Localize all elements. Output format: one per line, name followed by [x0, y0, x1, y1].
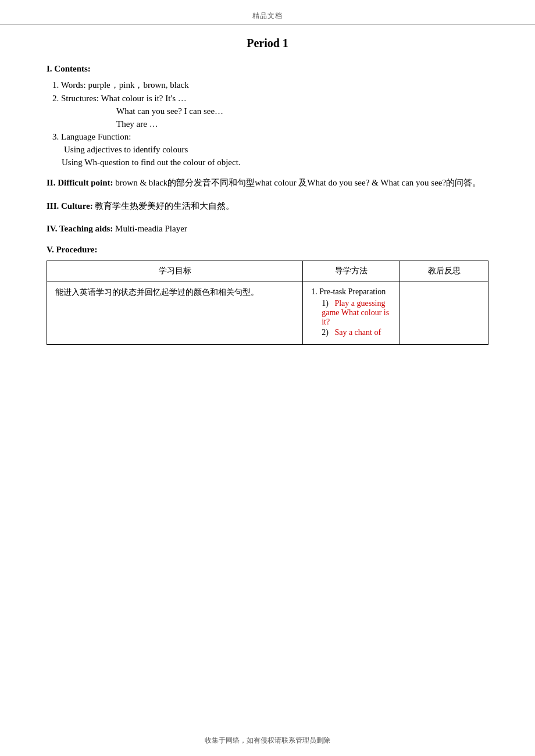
- contents-item-2: 2. Structures: What colour is it? It's …: [52, 94, 488, 104]
- table-header-goal: 学习目标: [47, 261, 303, 281]
- main-content: Period 1 I. Contents: 1. Words: purple，p…: [0, 25, 535, 376]
- teaching-aids-heading: IV. Teaching aids:: [47, 224, 113, 233]
- procedure-heading: V. Procedure:: [47, 245, 488, 255]
- contents-item-3: 3. Language Function:: [52, 132, 488, 142]
- table-cell-goal: 能进入英语学习的状态并回忆起学过的颜色和相关句型。: [47, 281, 303, 344]
- culture-line: III. Culture: 教育学生热爱美好的生活和大自然。: [47, 199, 488, 214]
- section-culture: III. Culture: 教育学生热爱美好的生活和大自然。: [47, 199, 488, 214]
- table-cell-method: 1. Pre-task Preparation 1) Play a guessi…: [303, 281, 400, 344]
- item1-text: Words: purple，pink，brown, black: [61, 80, 189, 90]
- header-bar: 精品文档: [0, 0, 535, 25]
- section-procedure: V. Procedure: 学习目标 导学方法 教后反思 能进入英语学习的状态并…: [47, 245, 488, 345]
- section-teaching-aids: IV. Teaching aids: Multi-meadia Player: [47, 222, 488, 237]
- method-item-1-number: 1): [322, 299, 329, 308]
- method-item-1-text: Play a guessing game What colour is it?: [322, 299, 389, 326]
- page-title: Period 1: [47, 37, 488, 50]
- procedure-table: 学习目标 导学方法 教后反思 能进入英语学习的状态并回忆起学过的颜色和相关句型。…: [47, 261, 488, 345]
- item3-text: Language Function:: [61, 132, 131, 141]
- contents-indent-2: They are …: [116, 119, 488, 129]
- difficult-heading: II. Difficult point:: [47, 178, 113, 187]
- item3-number: 3.: [52, 132, 59, 141]
- contents-heading: I. Contents:: [47, 64, 488, 74]
- table-header-feedback: 教后反思: [400, 261, 488, 281]
- section-contents: I. Contents: 1. Words: purple，pink，brown…: [47, 64, 488, 167]
- teaching-aids-text: Multi-meadia Player: [115, 224, 187, 233]
- method-item-2-text: Say a chant of: [334, 328, 381, 337]
- page-container: 精品文档 Period 1 I. Contents: 1. Words: pur…: [0, 0, 535, 756]
- difficult-text: brown & black的部分发音不同和句型what colour 及What…: [115, 178, 481, 187]
- header-text: 精品文档: [252, 12, 283, 20]
- section-difficult: II. Difficult point: brown & black的部分发音不…: [47, 176, 488, 191]
- teaching-aids-line: IV. Teaching aids: Multi-meadia Player: [47, 222, 488, 237]
- table-cell-feedback: [400, 281, 488, 344]
- culture-text: 教育学生热爱美好的生活和大自然。: [95, 201, 234, 211]
- item2-number: 2.: [52, 94, 59, 103]
- difficult-line: II. Difficult point: brown & black的部分发音不…: [47, 176, 488, 191]
- table-row: 能进入英语学习的状态并回忆起学过的颜色和相关句型。 1. Pre-task Pr…: [47, 281, 488, 344]
- culture-heading: III. Culture:: [47, 201, 93, 211]
- goal-text: 能进入英语学习的状态并回忆起学过的颜色和相关句型。: [55, 288, 259, 297]
- footer: 收集于网络，如有侵权请联系管理员删除: [0, 736, 535, 746]
- item1-number: 1.: [52, 80, 59, 90]
- item2-text: Structures: What colour is it? It's …: [61, 94, 187, 103]
- footer-text: 收集于网络，如有侵权请联系管理员删除: [205, 736, 330, 744]
- contents-subline-1: Using adjectives to identify colours: [64, 145, 488, 155]
- table-header-method: 导学方法: [303, 261, 400, 281]
- contents-subline-2: Using Wh-question to find out the colour…: [62, 158, 488, 167]
- method-plain: 1. Pre-task Preparation: [311, 287, 391, 297]
- method-item-1: 1) Play a guessing game What colour is i…: [322, 299, 391, 327]
- contents-indent-1: What can you see? I can see…: [116, 106, 488, 116]
- method-item-2-number: 2): [322, 328, 329, 337]
- contents-item-1: 1. Words: purple，pink，brown, black: [52, 80, 488, 91]
- method-item-2: 2) Say a chant of: [322, 328, 391, 337]
